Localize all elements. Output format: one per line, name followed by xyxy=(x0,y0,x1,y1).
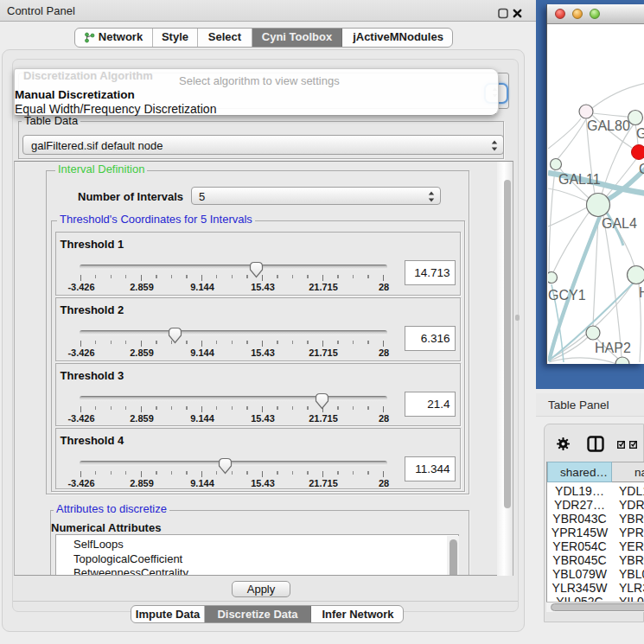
svg-text:C: C xyxy=(639,162,644,176)
svg-text:H: H xyxy=(639,285,644,300)
svg-text:GAL11: GAL11 xyxy=(558,172,601,187)
svg-text:GAL80: GAL80 xyxy=(587,118,630,133)
svg-text:HAP2: HAP2 xyxy=(595,341,631,355)
svg-text:GCY1: GCY1 xyxy=(548,288,586,303)
svg-text:GA: GA xyxy=(636,126,644,141)
svg-text:GAL4: GAL4 xyxy=(602,216,637,231)
